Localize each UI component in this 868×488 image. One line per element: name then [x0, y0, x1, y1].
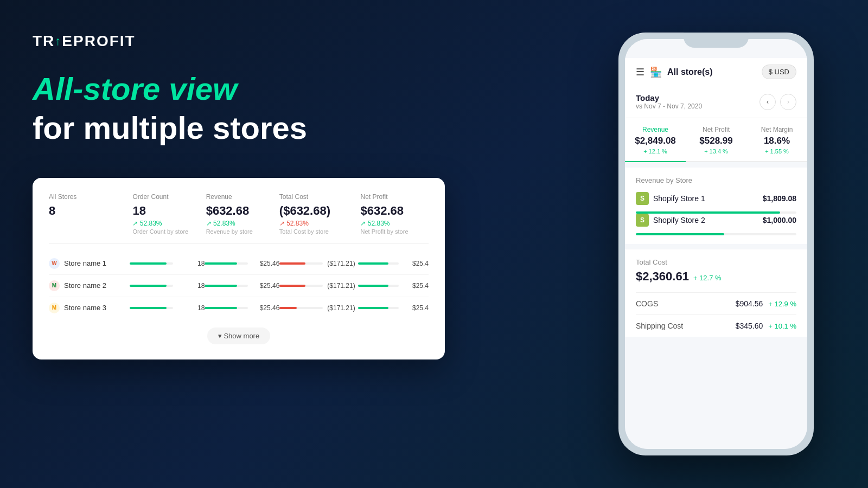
cost-bar — [279, 285, 323, 287]
profit-cell-value: $25.4 — [403, 282, 429, 290]
col-all-stores: All Stores 8 — [49, 193, 132, 235]
store-row: W Store name 1 18 $25.46 ($171.21) $25 — [49, 253, 429, 275]
date-label: Today — [636, 93, 702, 102]
metric-tab-net-profit[interactable]: Net Profit $528.99 + 13.4 % — [686, 118, 746, 161]
profit-bar-cell: $25.4 — [358, 304, 429, 312]
store-item-amount: $1,809.08 — [763, 194, 796, 203]
cost-bar — [279, 262, 323, 265]
logo: TR ↑ EPROFIT — [33, 33, 553, 50]
store-name: Store name 3 — [64, 304, 106, 312]
dashboard-card: All Stores 8 Order Count 18 ↗ 52.83% Ord… — [33, 178, 445, 359]
total-cost-row: $2,360.61 + 12.7 % — [636, 269, 796, 284]
total-cost-change: ↗ 52.83% — [279, 220, 361, 227]
total-cost-value: ($632.68) — [279, 204, 361, 218]
cost-row-amount: $904.56 — [736, 299, 763, 308]
revenue-bar-fill — [205, 262, 237, 265]
date-section: Today vs Nov 7 - Nov 7, 2020 ‹ › — [625, 86, 807, 118]
cost-bar-fill — [279, 285, 305, 287]
profit-bar — [358, 262, 399, 265]
phone-notch — [684, 33, 749, 48]
revenue-sub: Revenue by store — [206, 228, 279, 235]
headline-sub: for multiple stores — [33, 111, 553, 145]
revenue-bar-fill — [205, 307, 237, 309]
total-cost-section-label: Total Cost — [636, 258, 796, 266]
order-count-cell-value: 18 — [177, 260, 205, 267]
prev-arrow[interactable]: ‹ — [760, 94, 776, 110]
metric-tab-net-margin[interactable]: Net Margin 18.6% + 1.55 % — [746, 118, 807, 161]
order-bar-fill — [130, 262, 167, 265]
store-item-name: Shopify Store 2 — [653, 216, 705, 224]
store-item-row: S Shopify Store 1 $1,809.08 — [636, 192, 796, 205]
total-cost-amount: $2,360.61 — [636, 269, 689, 284]
profit-bar — [358, 285, 399, 287]
nav-arrows: ‹ › — [760, 94, 796, 110]
logo-text: TR ↑ EPROFIT — [33, 33, 136, 50]
revenue-bar-cell: $25.46 — [205, 260, 279, 267]
cost-bar-cell: ($171.21) — [279, 260, 358, 267]
app-title: All store(s) — [667, 67, 713, 77]
profit-cell-value: $25.4 — [403, 260, 429, 267]
revenue-value: $632.68 — [206, 204, 279, 218]
all-stores-value: 8 — [49, 204, 132, 218]
store-rows: W Store name 1 18 $25.46 ($171.21) $25 — [49, 253, 429, 319]
metric-tab-revenue[interactable]: Revenue $2,849.08 + 12.1 % — [625, 118, 686, 161]
revenue-cell-value: $25.46 — [252, 260, 279, 267]
store-icon: M — [49, 280, 60, 291]
currency-badge[interactable]: $ USD — [762, 65, 796, 79]
order-count-sub: Order Count by store — [132, 228, 206, 235]
store-row: M Store name 2 18 $25.46 ($171.21) $25 — [49, 275, 429, 297]
cost-row-label: COGS — [636, 299, 658, 308]
order-bar-cell: 18 — [130, 260, 205, 267]
cost-breakdown: COGS $904.56 + 12.9 % Shipping Cost $345… — [625, 292, 807, 337]
metric-tab-value: $2,849.08 — [630, 136, 680, 146]
store-revenue-item: S Shopify Store 2 $1,000.00 — [636, 214, 796, 235]
store-revenue-item: S Shopify Store 1 $1,809.08 — [636, 192, 796, 214]
profit-bar-fill — [358, 307, 388, 309]
left-section: TR ↑ EPROFIT All-store view for multiple… — [0, 0, 586, 488]
order-bar — [130, 285, 173, 287]
col-total-cost: Total Cost ($632.68) ↗ 52.83% Total Cost… — [279, 193, 361, 235]
order-bar-fill — [130, 285, 167, 287]
order-count-cell-value: 18 — [177, 282, 205, 290]
revenue-cell-value: $25.46 — [252, 282, 279, 290]
store-name: Store name 2 — [64, 281, 106, 290]
cost-row-label: Shipping Cost — [636, 322, 683, 330]
profit-bar-cell: $25.4 — [358, 260, 429, 267]
app-header: ☰ 🏪 All store(s) $ USD — [625, 58, 807, 86]
revenue-label: Revenue — [206, 193, 279, 201]
cost-row-amount: $345.60 — [736, 322, 763, 330]
order-count-cell-value: 18 — [177, 304, 205, 312]
cost-breakdown-row: Shipping Cost $345.60 + 10.1 % — [636, 314, 796, 337]
revenue-bar-cell: $25.46 — [205, 304, 279, 312]
phone-wrapper: ☰ 🏪 All store(s) $ USD Today vs Nov 7 - … — [618, 33, 814, 455]
store-item-left: S Shopify Store 2 — [636, 214, 705, 227]
revenue-change: ↗ 52.83% — [206, 220, 279, 227]
profit-bar-fill — [358, 285, 388, 287]
phone-screen: ☰ 🏪 All store(s) $ USD Today vs Nov 7 - … — [625, 39, 807, 449]
store-row: M Store name 3 18 $25.46 ($171.21) $25 — [49, 297, 429, 319]
next-arrow[interactable]: › — [780, 94, 796, 110]
cost-row-pct: + 12.9 % — [768, 300, 796, 308]
metric-tab-change: + 1.55 % — [752, 148, 802, 155]
store-revenue-items: S Shopify Store 1 $1,809.08 S Shopify St… — [636, 192, 796, 235]
metrics-tabs: Revenue $2,849.08 + 12.1 % Net Profit $5… — [625, 118, 807, 162]
right-section: ☰ 🏪 All store(s) $ USD Today vs Nov 7 - … — [586, 0, 868, 488]
cost-row-right: $345.60 + 10.1 % — [736, 322, 796, 330]
net-profit-sub: Net Profit by store — [360, 228, 429, 235]
order-count-value: 18 — [132, 204, 206, 218]
cost-bar-fill — [279, 262, 305, 265]
cost-bar-fill — [279, 307, 297, 309]
cost-bar-cell: ($171.21) — [279, 282, 358, 290]
revenue-bar — [205, 285, 248, 287]
metric-tab-change: + 12.1 % — [630, 148, 680, 155]
metric-tab-value: $528.99 — [691, 136, 741, 146]
profit-bar-fill — [358, 262, 388, 265]
store-item-row: S Shopify Store 2 $1,000.00 — [636, 214, 796, 227]
net-profit-value: $632.68 — [360, 204, 429, 218]
order-count-change: ↗ 52.83% — [132, 220, 206, 227]
show-more-button[interactable]: ▾ Show more — [207, 328, 270, 344]
all-stores-label: All Stores — [49, 193, 132, 201]
store-icon: W — [49, 258, 60, 269]
store-header-icon: 🏪 — [650, 66, 662, 78]
hamburger-icon[interactable]: ☰ — [636, 66, 644, 78]
